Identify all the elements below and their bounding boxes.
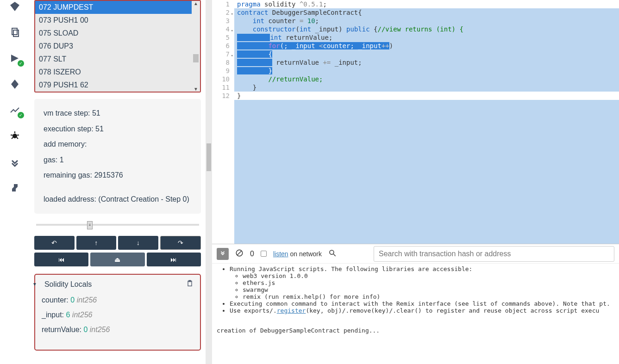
fold-icon[interactable]: ▾ — [231, 26, 233, 35]
line-number: 8 — [212, 58, 230, 67]
fold-icon[interactable]: ▾ — [231, 51, 233, 60]
debugger-panel: 072 JUMPDEST073 PUSH1 00075 SLOAD076 DUP… — [30, 0, 206, 364]
terminal-toggle-button[interactable] — [217, 248, 229, 260]
opcode-list[interactable]: 072 JUMPDEST073 PUSH1 00075 SLOAD076 DUP… — [34, 0, 201, 93]
slider-handle[interactable]: ≡ — [87, 221, 93, 229]
lib-item: swarmgw — [243, 286, 614, 293]
search-icon[interactable] — [328, 249, 337, 259]
loaded-address: loaded address: (Contract Creation - Ste… — [44, 191, 192, 207]
scroll-thumb[interactable] — [193, 54, 199, 62]
clipboard-icon[interactable] — [186, 279, 194, 290]
deploy-icon[interactable] — [8, 78, 21, 91]
line-gutter: 12▾34▾567▾89101112 — [212, 0, 234, 244]
svg-line-8 — [12, 137, 13, 139]
step-info: vm trace step: 51 execution step: 51 add… — [34, 99, 201, 214]
vm-trace-step: vm trace step: 51 — [44, 105, 192, 121]
jump-prev-button[interactable]: ⏮ — [34, 253, 88, 266]
svg-line-9 — [17, 137, 18, 139]
step-slider[interactable]: ≡ — [36, 220, 199, 229]
opcode-row[interactable]: 078 ISZERO — [35, 66, 200, 79]
line-number: 9 — [212, 67, 230, 75]
plugin-icon[interactable] — [8, 155, 21, 168]
line-number: 3 — [212, 17, 230, 25]
collapse-icon[interactable]: ▼ — [32, 282, 37, 287]
tx-search-input[interactable] — [374, 246, 614, 262]
svg-line-13 — [238, 251, 242, 255]
pending-message: creation of DebuggerSampleContract pendi… — [217, 327, 614, 334]
svg-marker-3 — [11, 80, 19, 89]
lib-item: remix (run remix.help() for more info) — [243, 293, 614, 300]
panel-resizer[interactable] — [206, 0, 212, 364]
local-var: returnValue: 0 int256 — [42, 326, 194, 334]
code-area[interactable]: pragma solidity ^0.5.1; contract Debugge… — [234, 0, 619, 244]
listen-checkbox[interactable] — [261, 251, 267, 257]
lib-item: web3 version 1.0.0 — [243, 272, 614, 279]
opcode-row[interactable]: 077 SLT — [35, 53, 200, 66]
fold-icon[interactable]: ▾ — [231, 10, 233, 18]
svg-rect-2 — [13, 30, 19, 37]
line-number: 7▾ — [212, 50, 230, 58]
compile-icon[interactable]: ✓ — [8, 52, 21, 65]
line-number: 12 — [212, 92, 230, 100]
check-badge-icon: ✓ — [18, 112, 24, 118]
term-line: Use exports/.register(key, obj)/.remove(… — [230, 307, 614, 314]
line-number: 1 — [212, 0, 230, 8]
analysis-icon[interactable]: ✓ — [8, 104, 21, 117]
line-number: 11 — [212, 83, 230, 92]
step-back-button[interactable]: ↶ — [34, 236, 75, 250]
terminal-output[interactable]: Running JavaScript scripts. The followin… — [212, 264, 619, 364]
svg-point-14 — [330, 250, 334, 254]
svg-rect-1 — [12, 28, 17, 35]
jump-next-button[interactable]: ⏭ — [147, 253, 201, 266]
sidebar-icons: ✓ ✓ — [0, 0, 30, 364]
gas: gas: 1 — [44, 152, 192, 168]
terminal-panel: 0 listen on network Running JavaScript s… — [212, 244, 619, 364]
solidity-locals-panel: ▼ Solidity Locals counter: 0 int256_inpu… — [34, 274, 201, 351]
settings-icon[interactable] — [8, 181, 21, 194]
execution-step: execution step: 51 — [44, 121, 192, 137]
listen-link[interactable]: listen — [273, 250, 288, 258]
line-number: 10 — [212, 75, 230, 83]
svg-marker-0 — [10, 2, 19, 11]
locals-title: Solidity Locals — [44, 280, 92, 289]
line-number: 6 — [212, 42, 230, 50]
local-var: counter: 0 int256 — [42, 296, 194, 304]
remix-logo-icon[interactable] — [8, 0, 21, 13]
line-number: 2▾ — [212, 8, 230, 17]
opcode-scrollbar[interactable]: ▲▼ — [192, 1, 200, 92]
remaining-gas: remaining gas: 2915376 — [44, 167, 192, 183]
code-editor[interactable]: 12▾34▾567▾89101112 pragma solidity ^0.5.… — [212, 0, 619, 244]
step-over-fwd-button[interactable]: ↓ — [118, 236, 158, 250]
pending-count: 0 — [250, 250, 254, 258]
add-memory: add memory: — [44, 136, 192, 152]
line-number: 4▾ — [212, 25, 230, 33]
svg-line-15 — [333, 254, 336, 256]
term-line: Executing common command to interact wit… — [230, 300, 614, 307]
clear-icon[interactable] — [235, 249, 244, 259]
jump-out-button[interactable]: ⏏ — [90, 253, 144, 266]
check-badge-icon: ✓ — [18, 60, 24, 67]
local-var: _input: 6 int256 — [42, 311, 194, 319]
opcode-row[interactable]: 079 PUSH1 62 — [35, 79, 200, 92]
step-into-button[interactable]: ↷ — [160, 236, 201, 250]
opcode-row[interactable]: 072 JUMPDEST — [35, 1, 200, 14]
opcode-row[interactable]: 076 DUP3 — [35, 40, 200, 53]
step-over-back-button[interactable]: ↑ — [76, 236, 117, 250]
opcode-row[interactable]: 075 SLOAD — [35, 27, 200, 40]
files-icon[interactable] — [8, 26, 21, 39]
line-number: 5 — [212, 33, 230, 42]
on-network-label: on network — [288, 250, 322, 258]
opcode-row[interactable]: 073 PUSH1 00 — [35, 14, 200, 27]
lib-item: ethers.js — [243, 279, 614, 286]
debugger-icon[interactable] — [8, 130, 21, 142]
